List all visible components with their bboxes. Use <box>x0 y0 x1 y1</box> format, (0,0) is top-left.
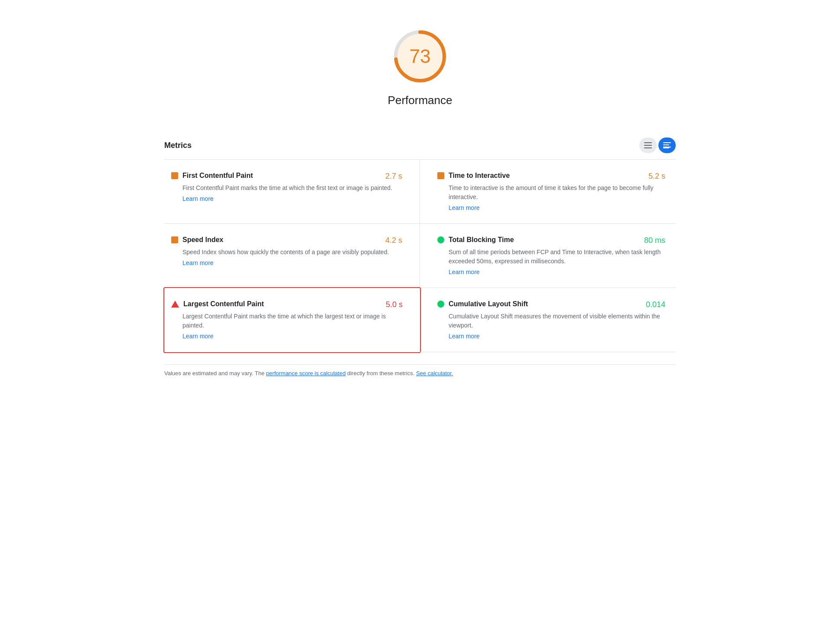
metric-name-row-lcp: Largest Contentful Paint <box>171 300 264 308</box>
score-section: 73 Performance <box>164 17 676 120</box>
metric-learn-more-tbt[interactable]: Learn more <box>449 268 665 275</box>
metric-learn-more-lcp[interactable]: Learn more <box>182 333 403 340</box>
footer-note: Values are estimated and may vary. The p… <box>164 364 676 378</box>
metric-icon-cls <box>437 301 444 308</box>
metric-header-tbt: Total Blocking Time80 ms <box>437 236 665 245</box>
metric-header-si: Speed Index4.2 s <box>171 236 402 245</box>
metric-cell-cls: Cumulative Layout Shift0.014Cumulative L… <box>420 288 676 352</box>
metric-cell-si: Speed Index4.2 sSpeed Index shows how qu… <box>164 224 420 288</box>
metric-value-tti: 5.2 s <box>648 172 665 181</box>
metric-value-si: 4.2 s <box>385 236 402 245</box>
detail-view-button[interactable] <box>658 137 676 153</box>
score-value: 73 <box>410 46 431 67</box>
metric-name-row-fcp: First Contentful Paint <box>171 172 253 180</box>
svg-rect-6 <box>663 142 671 143</box>
metric-desc-tbt: Sum of all time periods between FCP and … <box>449 248 665 266</box>
metric-name-text-tti: Time to Interactive <box>449 172 510 180</box>
metric-cell-tti: Time to Interactive5.2 sTime to interact… <box>420 160 676 224</box>
svg-rect-4 <box>644 145 652 146</box>
metric-name-text-si: Speed Index <box>182 236 223 244</box>
metric-cell-tbt: Total Blocking Time80 msSum of all time … <box>420 224 676 288</box>
metric-header-fcp: First Contentful Paint2.7 s <box>171 172 402 181</box>
metric-learn-more-cls[interactable]: Learn more <box>449 333 665 340</box>
metric-icon-fcp <box>171 172 178 179</box>
metric-icon-si <box>171 236 178 243</box>
metric-name-row-cls: Cumulative Layout Shift <box>437 300 528 308</box>
metric-desc-cls: Cumulative Layout Shift measures the mov… <box>449 312 665 330</box>
metric-name-row-si: Speed Index <box>171 236 223 244</box>
metric-header-tti: Time to Interactive5.2 s <box>437 172 665 181</box>
metric-desc-tti: Time to interactive is the amount of tim… <box>449 183 665 202</box>
metrics-grid: First Contentful Paint2.7 sFirst Content… <box>164 160 676 352</box>
performance-score-link[interactable]: performance score is calculated <box>266 370 346 376</box>
metric-icon-lcp <box>171 301 179 308</box>
score-circle: 73 <box>390 26 450 87</box>
score-label: Performance <box>388 94 453 107</box>
svg-rect-8 <box>663 147 671 147</box>
metrics-title: Metrics <box>164 141 192 150</box>
metric-learn-more-fcp[interactable]: Learn more <box>182 195 402 202</box>
svg-rect-3 <box>644 142 652 143</box>
metric-name-row-tti: Time to Interactive <box>437 172 510 180</box>
metric-desc-lcp: Largest Contentful Paint marks the time … <box>182 312 403 330</box>
metric-value-lcp: 5.0 s <box>386 300 403 309</box>
metric-name-row-tbt: Total Blocking Time <box>437 236 514 244</box>
metric-learn-more-si[interactable]: Learn more <box>182 259 402 266</box>
metric-value-cls: 0.014 <box>646 300 665 309</box>
metrics-header: Metrics <box>164 137 676 160</box>
metric-name-text-cls: Cumulative Layout Shift <box>449 300 528 308</box>
metric-cell-lcp: Largest Contentful Paint5.0 sLargest Con… <box>163 287 421 353</box>
svg-rect-5 <box>644 147 652 148</box>
metric-name-text-tbt: Total Blocking Time <box>449 236 514 244</box>
metric-header-cls: Cumulative Layout Shift0.014 <box>437 300 665 309</box>
metric-value-tbt: 80 ms <box>644 236 665 245</box>
metric-name-text-fcp: First Contentful Paint <box>182 172 253 180</box>
list-view-button[interactable] <box>639 137 657 153</box>
metric-value-fcp: 2.7 s <box>385 172 402 181</box>
calculator-link[interactable]: See calculator. <box>416 370 453 376</box>
svg-rect-9 <box>663 147 669 148</box>
metric-desc-fcp: First Contentful Paint marks the time at… <box>182 183 402 193</box>
metric-desc-si: Speed Index shows how quickly the conten… <box>182 248 402 257</box>
metric-header-lcp: Largest Contentful Paint5.0 s <box>171 300 403 309</box>
metric-icon-tti <box>437 172 444 179</box>
view-toggle <box>639 137 676 153</box>
metric-icon-tbt <box>437 236 444 243</box>
metric-cell-fcp: First Contentful Paint2.7 sFirst Content… <box>164 160 420 224</box>
metric-learn-more-tti[interactable]: Learn more <box>449 204 665 211</box>
svg-rect-7 <box>663 144 669 145</box>
metric-name-text-lcp: Largest Contentful Paint <box>183 300 264 308</box>
